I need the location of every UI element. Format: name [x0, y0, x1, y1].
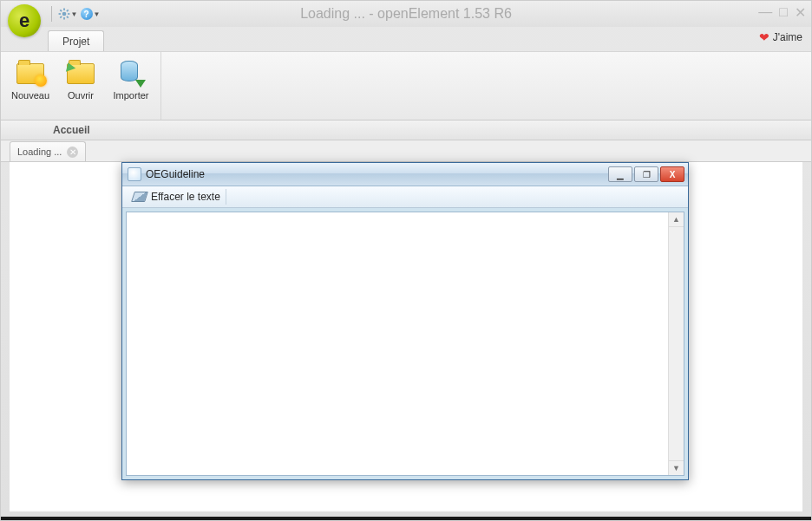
dialog-toolbar: Effacer le texte	[122, 186, 688, 208]
erase-text-button[interactable]: Effacer le texte	[128, 189, 226, 205]
svg-line-5	[60, 10, 62, 11]
document-tab-label: Loading ...	[17, 147, 62, 157]
chevron-down-icon: ▼	[71, 10, 78, 18]
maximize-button[interactable]: □	[779, 4, 788, 21]
titlebar: e ▼ ? ▼ Loading ... - openElement 1.53 R…	[1, 1, 811, 27]
app-window: e ▼ ? ▼ Loading ... - openElement 1.53 R…	[0, 0, 812, 521]
dialog-app-icon	[128, 167, 141, 181]
erase-label: Effacer le texte	[151, 191, 220, 203]
heart-icon: ❤	[759, 30, 769, 44]
dialog-close-button[interactable]: X	[660, 166, 684, 182]
svg-line-8	[66, 10, 68, 11]
new-project-button[interactable]: Nouveau	[8, 55, 53, 116]
tab-projet[interactable]: Projet	[48, 30, 104, 51]
svg-line-6	[66, 16, 68, 18]
dialog-oeguideline: OEGuideline ▁ ❐ X Effacer le texte ▲ ▼	[121, 162, 689, 480]
quick-access-toolbar: ▼ ? ▼	[48, 4, 101, 23]
window-controls: — □ ✕	[758, 4, 806, 21]
like-label: J'aime	[773, 31, 802, 43]
scrollbar[interactable]: ▲ ▼	[668, 212, 684, 475]
dialog-titlebar[interactable]: OEGuideline ▁ ❐ X	[122, 163, 688, 186]
svg-line-7	[60, 16, 62, 18]
svg-point-0	[62, 12, 66, 16]
help-menu-button[interactable]: ? ▼	[80, 4, 101, 23]
folder-new-icon	[16, 63, 44, 84]
import-project-button[interactable]: Importer	[108, 55, 154, 116]
help-icon: ?	[81, 8, 93, 20]
new-label: Nouveau	[11, 90, 49, 101]
open-project-button[interactable]: Ouvrir	[58, 55, 103, 116]
import-icon	[118, 61, 144, 87]
ribbon-group-project: Nouveau Ouvrir Importer	[1, 52, 161, 120]
app-logo[interactable]: e	[8, 4, 41, 37]
tab-close-icon[interactable]: ✕	[67, 147, 78, 158]
like-button[interactable]: ❤ J'aime	[759, 30, 802, 44]
qat-separator	[51, 6, 52, 22]
scroll-down-button[interactable]: ▼	[669, 460, 684, 475]
subnav-label: Accueil	[53, 124, 90, 136]
import-label: Importer	[114, 90, 149, 101]
dialog-maximize-button[interactable]: ❐	[634, 166, 658, 182]
dialog-minimize-button[interactable]: ▁	[608, 166, 632, 182]
ribbon: Nouveau Ouvrir Importer	[1, 51, 811, 120]
scroll-up-button[interactable]: ▲	[669, 212, 684, 227]
folder-open-icon	[67, 63, 95, 84]
ribbon-tabstrip: Projet ❤ J'aime	[1, 27, 811, 51]
open-label: Ouvrir	[68, 90, 94, 101]
subnav-bar: Accueil	[1, 120, 811, 140]
document-tab-loading[interactable]: Loading ... ✕	[10, 141, 86, 161]
settings-menu-button[interactable]: ▼	[57, 4, 78, 23]
close-button[interactable]: ✕	[795, 4, 806, 21]
eraser-icon	[131, 192, 148, 202]
window-title: Loading ... - openElement 1.53 R6	[1, 6, 811, 22]
statusbar	[1, 517, 811, 520]
minimize-button[interactable]: —	[758, 4, 772, 21]
dialog-title-text: OEGuideline	[146, 168, 205, 180]
dialog-body: ▲ ▼	[126, 212, 684, 476]
document-tabstrip: Loading ... ✕	[1, 140, 811, 162]
chevron-down-icon: ▼	[94, 10, 101, 18]
gear-icon	[58, 8, 70, 20]
guideline-textarea[interactable]	[127, 212, 668, 475]
